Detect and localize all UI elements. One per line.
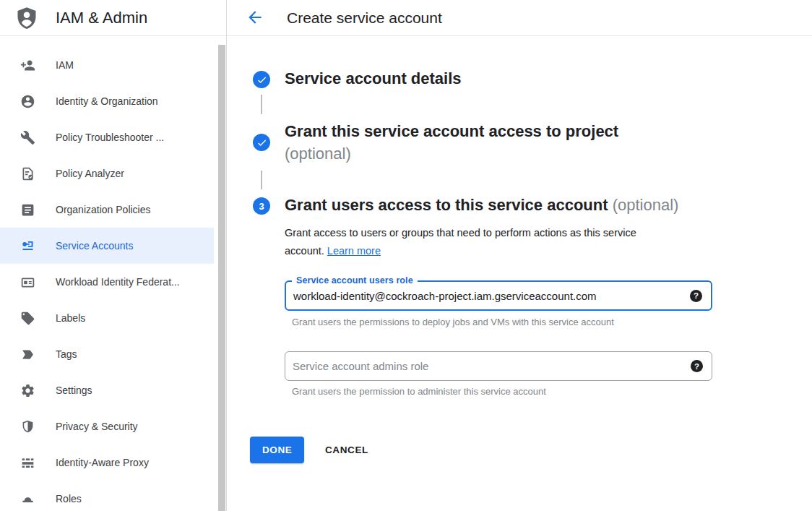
help-icon[interactable]: ? [691, 360, 703, 372]
sidebar-item-label: Policy Analyzer [56, 168, 124, 179]
sidebar: IAM & Admin IAM Identity & Organization … [0, 0, 227, 511]
sidebar-item-labels[interactable]: Labels [0, 300, 214, 336]
admins-role-helper-text: Grant users the permission to administer… [292, 386, 546, 397]
admins-role-input[interactable] [285, 352, 683, 380]
step-3-description: Grant access to users or groups that nee… [285, 224, 688, 260]
sidebar-item-identity-aware-proxy[interactable]: Identity-Aware Proxy [0, 445, 214, 481]
sidebar-item-label: Service Accounts [56, 240, 133, 252]
organization-policies-icon [20, 202, 35, 218]
workload-identity-icon [20, 274, 35, 290]
back-button[interactable] [245, 8, 265, 28]
sidebar-item-label: Settings [56, 385, 92, 396]
sidebar-item-organization-policies[interactable]: Organization Policies [0, 192, 214, 228]
sidebar-item-label: Roles [56, 493, 82, 504]
sidebar-item-service-accounts[interactable]: Service Accounts [0, 228, 214, 264]
sidebar-item-settings[interactable]: Settings [0, 372, 214, 408]
step-3-title-text: Grant users access to this service accou… [285, 196, 608, 214]
page-title: Create service account [287, 0, 442, 35]
sidebar-item-roles[interactable]: Roles [0, 481, 214, 511]
topbar: Create service account [227, 0, 812, 36]
gear-icon [20, 382, 35, 398]
step-2-title-text: Grant this service account access to pro… [285, 122, 618, 140]
done-button[interactable]: DONE [250, 437, 304, 463]
sidebar-item-label: Organization Policies [56, 204, 151, 215]
main-content: Create service account Service account d… [227, 0, 812, 511]
step-2-title[interactable]: Grant this service account access to pro… [285, 120, 618, 165]
help-icon[interactable]: ? [690, 290, 702, 302]
sidebar-item-privacy-security[interactable]: Privacy & Security [0, 408, 214, 445]
sidebar-item-identity-organization[interactable]: Identity & Organization [0, 83, 214, 119]
step-3-title[interactable]: Grant users access to this service accou… [285, 196, 678, 215]
proxy-icon [20, 455, 35, 471]
step-connector [261, 171, 262, 189]
label-icon [20, 310, 35, 326]
sidebar-item-iam[interactable]: IAM [0, 47, 214, 83]
cancel-button[interactable]: CANCEL [325, 437, 368, 463]
admins-role-field: ? [285, 351, 712, 381]
users-role-helper-text: Grant users the permissions to deploy jo… [292, 317, 614, 327]
account-circle-icon [20, 93, 35, 109]
sidebar-item-workload-identity-federation[interactable]: Workload Identity Federat... [0, 264, 214, 300]
back-arrow-icon [246, 18, 264, 29]
sidebar-item-label: Labels [56, 312, 85, 324]
sidebar-item-policy-analyzer[interactable]: Policy Analyzer [0, 155, 214, 192]
sidebar-scrollbar[interactable] [218, 45, 225, 511]
service-account-icon [20, 238, 35, 254]
step-2-optional-label: (optional) [285, 142, 618, 165]
step-1-complete-check-icon [253, 71, 270, 88]
create-service-account-page: IAM & Admin IAM Identity & Organization … [0, 0, 812, 511]
tag-icon [20, 346, 35, 362]
sidebar-item-label: Workload Identity Federat... [56, 276, 180, 288]
sidebar-header: IAM & Admin [0, 0, 226, 36]
users-role-field: Service account users role ? [285, 280, 712, 311]
sidebar-nav: IAM Identity & Organization Policy Troub… [0, 36, 226, 511]
step-2-complete-check-icon [253, 134, 270, 151]
sidebar-item-tags[interactable]: Tags [0, 336, 214, 372]
wrench-icon [20, 129, 35, 145]
sidebar-item-label: Policy Troubleshooter ... [56, 132, 164, 143]
policy-analyzer-icon [20, 166, 35, 181]
sidebar-item-policy-troubleshooter[interactable]: Policy Troubleshooter ... [0, 119, 214, 155]
step-connector [261, 95, 262, 114]
sidebar-item-label: IAM [56, 59, 74, 71]
users-role-input[interactable] [286, 282, 682, 309]
step-3-number: 3 [259, 201, 264, 212]
step-3-number-badge: 3 [253, 197, 270, 215]
step-3-optional-label: (optional) [613, 196, 679, 214]
sidebar-item-label: Identity-Aware Proxy [56, 457, 149, 468]
roles-icon [20, 491, 35, 507]
learn-more-link[interactable]: Learn more [327, 245, 381, 257]
step-1-title[interactable]: Service account details [285, 69, 462, 88]
person-add-icon [20, 57, 35, 73]
shield-icon [20, 418, 35, 434]
sidebar-item-label: Tags [56, 348, 77, 360]
iam-admin-shield-logo-icon [16, 7, 38, 30]
sidebar-item-label: Identity & Organization [56, 95, 158, 107]
product-title: IAM & Admin [56, 0, 147, 35]
sidebar-item-label: Privacy & Security [56, 421, 138, 432]
